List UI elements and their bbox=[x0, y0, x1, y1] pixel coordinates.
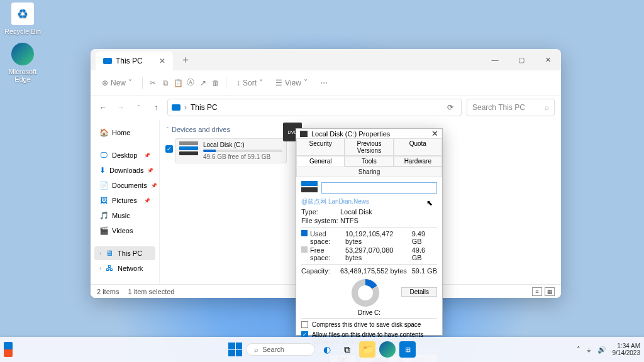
refresh-button[interactable]: ⟳ bbox=[447, 103, 453, 112]
volume-label-input[interactable] bbox=[321, 182, 437, 194]
copy-icon[interactable]: ⧉ bbox=[160, 78, 170, 88]
more-button[interactable]: ⋯ bbox=[315, 76, 333, 90]
edge-icon bbox=[11, 43, 34, 65]
watermark-text: @蓝点网 LanDian.News bbox=[301, 197, 437, 206]
share-icon[interactable]: ↗ bbox=[198, 78, 208, 88]
sort-button[interactable]: ↕ Sort ˅ bbox=[231, 76, 268, 90]
tab-previous-versions[interactable]: Previous Versions bbox=[345, 138, 393, 156]
tab-close-icon[interactable]: ✕ bbox=[159, 57, 165, 65]
drive-icon bbox=[301, 181, 318, 195]
tab-quota[interactable]: Quota bbox=[394, 138, 442, 156]
sidebar-item-videos[interactable]: 🎬Videos bbox=[94, 224, 155, 238]
maximize-button[interactable]: ▢ bbox=[508, 50, 535, 69]
sidebar-item-pictures[interactable]: 🖼Pictures bbox=[94, 194, 155, 207]
sidebar-item-network[interactable]: ›🖧Network bbox=[94, 261, 155, 275]
used-label: Used space: bbox=[310, 230, 345, 245]
music-icon: 🎵 bbox=[99, 211, 108, 220]
sidebar-item-music[interactable]: 🎵Music bbox=[94, 209, 155, 222]
widgets-button[interactable] bbox=[4, 342, 13, 357]
taskbar-search[interactable]: ⌕Search bbox=[246, 343, 315, 356]
checkbox-unchecked-icon[interactable] bbox=[301, 321, 308, 328]
task-view-button[interactable]: ⧉ bbox=[339, 341, 355, 358]
recycle-bin[interactable]: ♻ Recycle Bin bbox=[3, 3, 43, 35]
tab-tools[interactable]: Tools bbox=[345, 156, 393, 167]
compress-checkbox-row[interactable]: Compress this drive to save disk space bbox=[301, 321, 437, 329]
edge-shortcut[interactable]: Microsoft Edge bbox=[3, 43, 43, 83]
selection-count: 1 item selected bbox=[128, 288, 174, 295]
free-label: Free space: bbox=[310, 246, 345, 261]
sidebar-item-documents[interactable]: 📄Documents bbox=[94, 178, 155, 192]
checkbox-checked-icon[interactable]: ✓ bbox=[165, 145, 173, 153]
tab-security[interactable]: Security bbox=[296, 138, 345, 156]
recycle-label: Recycle Bin bbox=[3, 28, 43, 35]
edge-taskbar-icon[interactable] bbox=[379, 341, 396, 358]
tab-sharing[interactable]: Sharing bbox=[296, 167, 442, 177]
tab-hardware[interactable]: Hardware bbox=[394, 156, 442, 167]
dialog-title: Local Disk (C:) Properties bbox=[311, 130, 390, 138]
address-bar[interactable]: › This PC ⟳ bbox=[167, 99, 462, 116]
item-count: 2 items bbox=[97, 288, 119, 295]
capacity-label: Capacity: bbox=[301, 267, 340, 275]
edge-label: Microsoft Edge bbox=[3, 68, 43, 83]
tab-label: This PC bbox=[116, 57, 143, 65]
copilot-button[interactable]: ◐ bbox=[319, 341, 335, 358]
details-button[interactable]: Details bbox=[401, 287, 437, 297]
pictures-icon: 🖼 bbox=[99, 196, 108, 205]
videos-icon: 🎬 bbox=[99, 226, 108, 235]
time-text: 1:34 AM bbox=[613, 343, 641, 349]
dialog-close-button[interactable]: ✕ bbox=[431, 129, 438, 138]
network-icon: 🖧 bbox=[105, 264, 114, 273]
dialog-titlebar[interactable]: Local Disk (C:) Properties ✕ bbox=[296, 129, 442, 138]
pc-icon: 🖥 bbox=[105, 249, 114, 258]
paste-icon[interactable]: 📋 bbox=[173, 78, 183, 88]
drive-subtext: 49.6 GB free of 59.1 GB bbox=[203, 153, 282, 160]
drive-icon bbox=[300, 131, 308, 137]
volume-icon[interactable]: 🔊 bbox=[597, 346, 606, 354]
sidebar-item-this-pc[interactable]: ›🖥This PC bbox=[94, 246, 155, 260]
store-taskbar-icon[interactable]: ⊞ bbox=[399, 341, 416, 358]
close-button[interactable]: ✕ bbox=[535, 50, 561, 69]
type-value: Local Disk bbox=[340, 208, 372, 216]
up-button[interactable]: ↑ bbox=[150, 101, 162, 114]
downloads-icon: ⬇ bbox=[99, 166, 106, 175]
search-input[interactable]: Search This PC ⌕ bbox=[467, 99, 555, 116]
sidebar-item-desktop[interactable]: 🖵Desktop bbox=[94, 148, 155, 162]
sidebar-item-downloads[interactable]: ⬇Downloads bbox=[94, 163, 155, 177]
monitor-icon bbox=[172, 104, 180, 111]
forward-button[interactable]: → bbox=[114, 101, 127, 114]
cut-icon[interactable]: ✂ bbox=[148, 78, 158, 88]
capacity-bytes: 63,489,175,552 bytes bbox=[340, 267, 407, 275]
start-button[interactable] bbox=[228, 343, 242, 356]
address-text: This PC bbox=[191, 103, 218, 112]
view-button[interactable]: ☰ View ˅ bbox=[270, 76, 313, 90]
new-button[interactable]: ⊕ New ˅ bbox=[97, 76, 137, 90]
tray-chevron-icon[interactable]: ˄ bbox=[577, 346, 580, 354]
filesystem-label: File system: bbox=[301, 217, 340, 224]
type-label: Type: bbox=[301, 208, 340, 216]
titlebar[interactable]: This PC ✕ ＋ ― ▢ ✕ bbox=[91, 49, 561, 70]
minimize-button[interactable]: ― bbox=[482, 50, 508, 69]
new-tab-button[interactable]: ＋ bbox=[180, 53, 191, 67]
used-gb: 9.49 GB bbox=[412, 230, 437, 245]
search-icon: ⌕ bbox=[545, 103, 549, 112]
delete-icon[interactable]: 🗑 bbox=[211, 78, 221, 88]
capacity-gb: 59.1 GB bbox=[412, 267, 437, 275]
used-swatch bbox=[301, 230, 308, 236]
recent-dropdown[interactable]: ˅ bbox=[132, 101, 145, 114]
free-bytes: 53,297,070,080 bytes bbox=[345, 246, 412, 261]
clock[interactable]: 1:34 AM 9/14/2023 bbox=[613, 343, 641, 356]
rename-icon[interactable]: Ⓐ bbox=[186, 78, 196, 88]
capacity-bar bbox=[203, 150, 282, 152]
free-gb: 49.6 GB bbox=[412, 246, 437, 261]
thumbnails-view-button[interactable]: ▦ bbox=[545, 287, 555, 296]
back-button[interactable]: ← bbox=[97, 101, 109, 114]
tab-general[interactable]: General bbox=[296, 156, 345, 167]
drive-local-disk-c[interactable]: ✓ Local Disk (C:) 49.6 GB free of 59.1 G… bbox=[175, 138, 287, 163]
details-view-button[interactable]: ≡ bbox=[532, 287, 542, 296]
dialog-tabs: Security Previous Versions Quota General… bbox=[296, 138, 442, 177]
search-icon: ⌕ bbox=[254, 346, 258, 353]
tab-this-pc[interactable]: This PC ✕ bbox=[96, 52, 173, 70]
network-icon[interactable]: ⏚ bbox=[587, 346, 591, 353]
sidebar-item-home[interactable]: 🏠Home bbox=[94, 126, 155, 140]
explorer-taskbar-icon[interactable]: 📁 bbox=[359, 341, 375, 358]
